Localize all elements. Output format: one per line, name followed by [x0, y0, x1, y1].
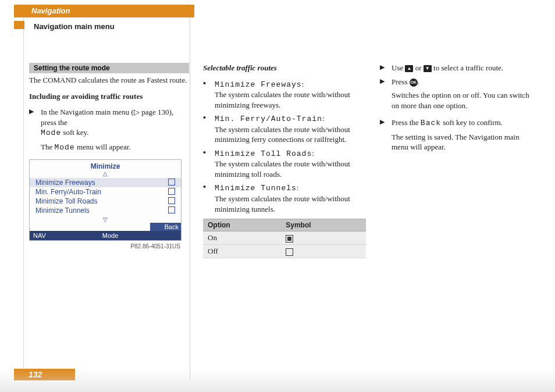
column-3: ▶ Use ▲ or ▼ to select a traffic route. … — [380, 63, 538, 363]
td-option: On — [203, 231, 281, 245]
column-1: Setting the route mode The COMAND calcul… — [29, 63, 189, 363]
ok-button-icon: OK — [410, 79, 418, 87]
td-option: Off — [203, 245, 281, 258]
checkbox-icon — [168, 188, 175, 195]
checkbox-icon — [168, 197, 175, 204]
page-number: 132 — [14, 369, 75, 380]
column-2: Selectable traffic routes • Minimize Fre… — [203, 63, 366, 363]
option-key: Minimize Freeways — [215, 80, 302, 89]
td-symbol — [281, 245, 366, 258]
result-pre: The — [41, 142, 54, 151]
checkbox-icon — [168, 206, 175, 213]
step-result: The Mode menu will appear. — [41, 142, 189, 153]
comand-row-label: Min. Ferry/Auto-Train — [35, 188, 101, 196]
step-text: In the Navigation main menu ( — [41, 108, 134, 116]
comand-row-label: Minimize Toll Roads — [35, 197, 97, 205]
th-symbol: Symbol — [281, 219, 366, 231]
comand-mode-label: Mode — [66, 231, 155, 240]
option-key: Minimize Toll Roads — [215, 149, 312, 158]
table-row: On — [203, 231, 366, 245]
bullet-item: • Minimize Tunnels: The system calculate… — [203, 183, 366, 214]
checkbox-icon — [168, 179, 175, 186]
comand-row-selected: Minimize Freeways — [30, 178, 181, 187]
step-text: . — [418, 77, 419, 86]
comand-row-label: Minimize Freeways — [35, 179, 95, 187]
para-subtitle: Including or avoiding traffic routes — [29, 91, 189, 102]
comand-row: Minimize Tunnels — [35, 206, 175, 215]
option-key: Min. Ferry/Auto-Train — [215, 115, 322, 123]
step-text: Press — [392, 77, 410, 86]
comand-title: Minimize — [30, 160, 181, 170]
comand-screenshot: Minimize △ Minimize Freeways Min. Ferry/… — [29, 159, 182, 241]
empty-square-icon — [286, 248, 293, 256]
option-desc: The system calculates the route with/wit… — [215, 194, 350, 213]
softkey-mode-2: Mode — [54, 143, 74, 152]
step-result: The setting is saved. The Navigation mai… — [392, 132, 538, 152]
comand-nav-label: NAV — [30, 231, 66, 240]
comand-row: Min. Ferry/Auto-Train — [35, 187, 175, 197]
comand-row: Minimize Toll Roads — [35, 197, 175, 206]
step-text: soft key to confirm. — [441, 118, 503, 127]
option-desc: The system calculates the route with/wit… — [215, 125, 350, 144]
td-symbol — [281, 231, 366, 245]
page-fade — [0, 369, 555, 392]
step-text: to select a traffic route. — [432, 63, 503, 72]
down-button-icon: ▼ — [424, 65, 432, 72]
down-arrow-icon: ▽ — [30, 216, 181, 223]
option-symbol-table: Option Symbol On Off — [203, 219, 366, 258]
step-text: Press the — [392, 118, 421, 127]
option-key: Minimize Tunnels — [215, 184, 297, 193]
bullet-item: • Minimize Toll Roads: The system calcul… — [203, 148, 366, 180]
section-subheader: Setting the route mode — [29, 63, 189, 73]
up-arrow-icon: △ — [30, 170, 181, 177]
left-margin-rule — [23, 5, 24, 380]
step-result: Switches the option on or off. You can s… — [392, 90, 538, 111]
up-button-icon: ▲ — [405, 65, 413, 72]
step-press-back: ▶ Press the Back soft key to confirm. — [380, 117, 538, 129]
section-chip — [14, 21, 24, 29]
manual-page: Navigation Navigation main menu Setting … — [0, 0, 555, 392]
bullet-item: • Min. Ferry/Auto-Train: The system calc… — [203, 113, 366, 145]
step-text: or — [413, 63, 423, 72]
option-desc: The system calculates the route with/wit… — [215, 90, 350, 109]
section-title: Navigation main menu — [31, 21, 117, 32]
softkey-mode: Mode — [41, 129, 61, 137]
comand-footer: NAV Mode — [30, 231, 181, 240]
option-desc: The system calculates the route with/wit… — [215, 159, 350, 179]
chapter-tab: Navigation — [14, 5, 194, 17]
comand-back-softkey: Back — [150, 223, 181, 231]
figure-caption: P82.86-4051-31US — [29, 243, 180, 250]
table-row: Off — [203, 245, 366, 258]
step-suffix: soft key. — [61, 128, 88, 137]
filled-square-icon — [286, 235, 293, 243]
para-intro: The COMAND calculates the route as Faste… — [29, 75, 189, 85]
step-select: ▶ Use ▲ or ▼ to select a traffic route. — [380, 63, 538, 73]
selectable-title: Selectable traffic routes — [203, 63, 366, 73]
step-press-ok: ▶ Press OK. — [380, 77, 538, 87]
comand-row-label: Minimize Tunnels — [35, 206, 90, 215]
th-option: Option — [203, 219, 281, 231]
step-text: Use — [392, 63, 405, 72]
softkey-back: Back — [421, 119, 441, 127]
result-post: menu will appear. — [75, 142, 131, 151]
bullet-item: • Minimize Freeways: The system calculat… — [203, 79, 366, 111]
step-1: ▶ In the Navigation main menu (▷ page 13… — [29, 107, 189, 138]
